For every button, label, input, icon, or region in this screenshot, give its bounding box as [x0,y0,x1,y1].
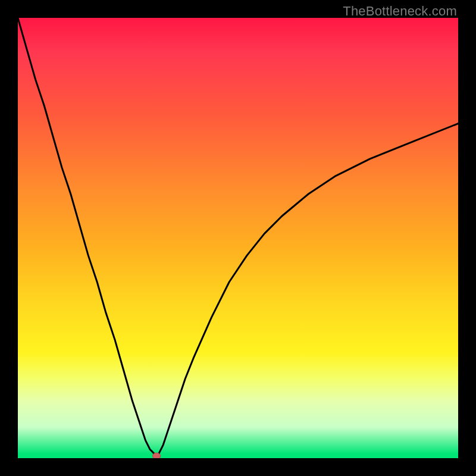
optimal-point-marker [152,453,160,458]
bottleneck-curve [18,18,458,456]
plot-area [18,18,458,458]
chart-frame: TheBottleneck.com [0,0,476,476]
watermark-text: TheBottleneck.com [343,4,457,19]
curve-svg [18,18,458,458]
